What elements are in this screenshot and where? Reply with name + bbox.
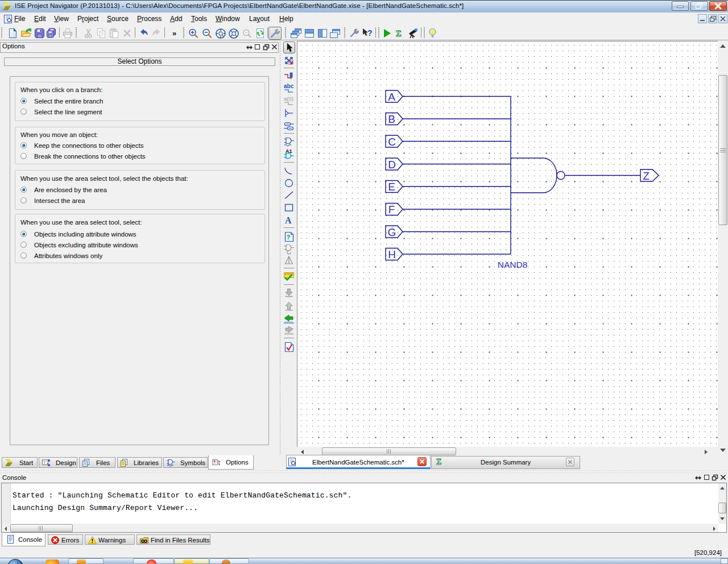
svg-text:D: D bbox=[388, 159, 396, 171]
svg-text:a(0): a(0) bbox=[284, 96, 293, 102]
svg-text:C: C bbox=[388, 136, 396, 148]
svg-text:G: G bbox=[388, 226, 396, 238]
svg-text:?: ? bbox=[367, 28, 373, 38]
svg-text:Σ: Σ bbox=[396, 29, 402, 38]
svg-text:abc: abc bbox=[284, 83, 294, 89]
svg-text:Σ: Σ bbox=[436, 458, 441, 466]
svg-text:E: E bbox=[388, 181, 395, 193]
svg-text:H: H bbox=[388, 248, 396, 260]
svg-text:A: A bbox=[388, 91, 395, 103]
svg-text:?: ? bbox=[287, 234, 291, 240]
svg-text:NAND8: NAND8 bbox=[498, 260, 528, 269]
svg-text:B: B bbox=[388, 113, 395, 125]
svg-text:F: F bbox=[388, 204, 395, 215]
svg-text:Z: Z bbox=[643, 170, 650, 182]
